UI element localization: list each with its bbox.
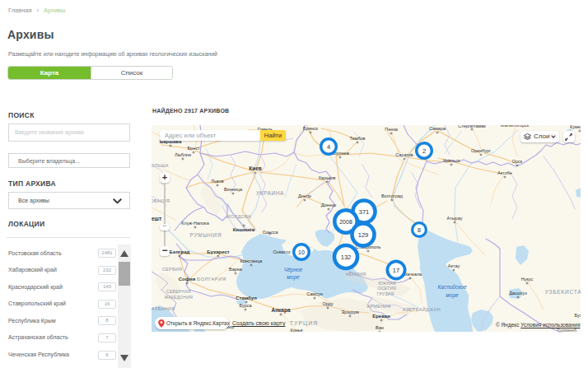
svg-text:ОЛЬША: ОЛЬША (152, 163, 169, 168)
svg-text:371: 371 (359, 208, 370, 216)
svg-text:17: 17 (393, 267, 399, 274)
svg-text:Клуж-Напока: Клуж-Напока (181, 221, 209, 226)
svg-text:ОВАКИЯ: ОВАКИЯ (152, 198, 170, 203)
svg-text:Тамбов: Тамбов (349, 136, 365, 141)
svg-text:2: 2 (422, 147, 426, 155)
svg-text:Пенза: Пенза (385, 127, 399, 132)
svg-text:Кишинёв: Кишинёв (233, 227, 255, 232)
svg-text:Саратов: Саратов (395, 152, 413, 157)
svg-text:Севасто: Севасто (273, 249, 290, 254)
svg-text:АЛБАНИЯ: АЛБАНИЯ (152, 306, 175, 311)
svg-text:Днепр: Днепр (298, 193, 311, 198)
svg-text:АБХАЗИЯ: АБХАЗИЯ (346, 272, 366, 277)
svg-text:Кумертау: Кумертау (570, 125, 581, 129)
svg-text:ТУРЦИЯ: ТУРЦИЯ (290, 320, 319, 327)
svg-text:Стамбул: Стамбул (236, 296, 257, 300)
svg-text:Орду: Орду (322, 301, 333, 306)
svg-text:Каспийское: Каспийское (437, 284, 466, 290)
svg-text:ГРУЗИЯ: ГРУЗИЯ (377, 291, 394, 296)
svg-text:Самсун: Самсун (306, 291, 322, 296)
svg-text:УЗБЕКИСТА: УЗБЕКИСТА (545, 289, 581, 295)
svg-text:132: 132 (341, 254, 352, 261)
svg-text:Орск: Орск (512, 159, 523, 164)
svg-text:Уральск: Уральск (443, 158, 460, 163)
svg-text:129: 129 (358, 231, 369, 239)
svg-text:Брянск: Брянск (303, 126, 318, 131)
svg-text:Анкара: Анкара (271, 307, 290, 314)
svg-text:ОСЕТИЯ: ОСЕТИЯ (378, 286, 396, 291)
svg-text:Брест: Брест (188, 146, 200, 151)
svg-text:Актау: Актау (448, 263, 460, 268)
svg-text:Самара: Самара (429, 126, 446, 131)
svg-text:София: София (179, 277, 196, 282)
svg-text:МОЛДОВА: МОЛДОВА (226, 214, 251, 219)
svg-text:Стерлитамак: Стерлитамак (458, 125, 486, 128)
svg-text:2008: 2008 (339, 219, 352, 225)
svg-text:АРМЕНИЯ: АРМЕНИЯ (367, 304, 391, 309)
svg-text:Винница: Винница (224, 187, 243, 192)
svg-text:Констанца: Констанца (240, 259, 264, 263)
svg-text:Бухарест: Бухарест (207, 249, 230, 254)
svg-text:Эрзурум: Эрзурум (341, 310, 359, 314)
svg-text:море: море (287, 274, 300, 281)
svg-text:4: 4 (327, 143, 330, 151)
svg-text:Бух: Бух (575, 313, 581, 318)
svg-text:Волгоград: Волгоград (381, 193, 404, 198)
svg-text:Бурса: Бурса (239, 303, 252, 308)
svg-text:Ереван: Ереван (372, 314, 390, 319)
svg-text:Магнитогорск: Магнитогорск (501, 125, 530, 128)
svg-text:Варна: Варна (229, 267, 243, 272)
svg-text:Конья: Конья (290, 328, 302, 332)
svg-text:СЕРБИЯ: СЕРБИЯ (162, 267, 183, 272)
svg-text:Харьков: Харьков (318, 175, 335, 180)
svg-text:РУМЫНИЯ: РУМЫНИЯ (189, 232, 222, 238)
svg-text:ешт: ешт (152, 216, 161, 221)
svg-text:Атырау: Атырау (447, 216, 463, 221)
svg-text:Актобе: Актобе (497, 170, 512, 175)
svg-text:МАКЕДОНИЯ: МАКЕДОНИЯ (165, 295, 194, 300)
svg-text:УКРАИНА: УКРАИНА (256, 190, 284, 196)
svg-text:СЕВЕРНАЯ: СЕВЕРНАЯ (166, 289, 191, 294)
svg-text:Киев: Киев (249, 165, 262, 171)
svg-text:8: 8 (418, 227, 421, 233)
svg-text:Ван: Ван (376, 325, 384, 330)
svg-text:Люблин: Люблин (175, 152, 191, 157)
svg-text:Чёрное: Чёрное (284, 267, 303, 273)
svg-text:10: 10 (298, 249, 305, 255)
svg-text:АЗЕРБАЙДЖАН: АЗЕРБАЙДЖАН (403, 306, 441, 312)
svg-text:БОЛГАРИЯ: БОЛГАРИЯ (197, 277, 226, 282)
svg-text:море: море (446, 292, 459, 299)
svg-text:Одесса: Одесса (263, 230, 279, 235)
svg-text:Оренбург: Оренбург (471, 148, 491, 153)
svg-text:Дашогуз: Дашогуз (509, 291, 527, 296)
svg-text:Львов: Львов (211, 179, 223, 184)
svg-text:Донецк: Донецк (321, 203, 337, 207)
svg-text:Нукус: Нукус (521, 277, 534, 282)
svg-text:Белград: Белград (170, 249, 190, 254)
